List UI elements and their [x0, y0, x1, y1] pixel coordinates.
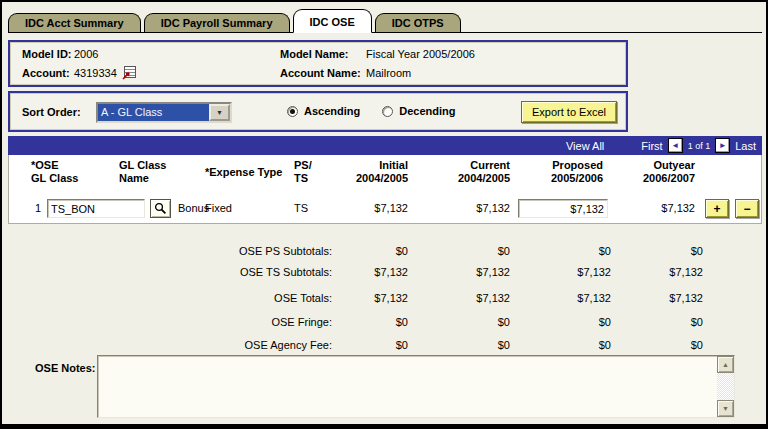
account-transfer-icon[interactable] [122, 66, 136, 80]
export-to-excel-button[interactable]: Export to Excel [521, 101, 617, 123]
prev-page-icon[interactable]: ◄ [668, 138, 683, 153]
tab-label: IDC OTPS [392, 17, 444, 29]
col-header-expense-type: *Expense Type [205, 166, 282, 179]
tab-idc-otps[interactable]: IDC OTPS [375, 13, 461, 32]
ose-notes-box: ▲ ▼ [97, 355, 735, 418]
delete-row-button[interactable]: − [735, 199, 759, 218]
row-number: 1 [35, 202, 41, 214]
totals-section: OSE PS Subtotals: $0 $0 $0 $0 OSE TS Sub… [8, 245, 708, 352]
tab-label: IDC Payroll Summary [161, 17, 273, 29]
view-all-link[interactable]: View All [566, 140, 604, 152]
tab-idc-ose[interactable]: IDC OSE [293, 9, 372, 33]
account-label: Account: [22, 67, 70, 79]
ose-notes-input[interactable] [98, 356, 717, 417]
sort-order-label: Sort Order: [22, 106, 81, 118]
tab-bar: IDC Acct Summary IDC Payroll Summary IDC… [8, 4, 762, 33]
descending-radio[interactable] [382, 106, 393, 117]
model-id-label: Model ID: [22, 48, 72, 60]
page-info: 1 of 1 [688, 141, 711, 151]
sort-direction-radios: Ascending Decending [287, 105, 471, 117]
tab-idc-payroll-summary[interactable]: IDC Payroll Summary [144, 13, 290, 32]
tab-idc-acct-summary[interactable]: IDC Acct Summary [8, 13, 141, 32]
scroll-up-icon[interactable]: ▲ [717, 356, 734, 373]
totals-row-ose-totals: OSE Totals: $7,132 $7,132 $7,132 $7,132 [8, 292, 708, 305]
model-name-label: Model Name: [280, 48, 348, 60]
model-info-box: Model ID: 2006 Model Name: Fiscal Year 2… [8, 40, 628, 87]
scroll-down-icon[interactable]: ▼ [717, 400, 734, 417]
notes-scrollbar[interactable]: ▲ ▼ [717, 356, 734, 417]
lookup-icon[interactable] [150, 199, 171, 218]
ascending-label: Ascending [304, 105, 360, 117]
ascending-radio[interactable] [287, 106, 298, 117]
model-name-value: Fiscal Year 2005/2006 [366, 48, 475, 60]
grid-pager-bar: View All First ◄ 1 of 1 ► Last [8, 136, 762, 155]
sort-order-box: Sort Order: A - GL Class ▼ Ascending Dec… [8, 91, 628, 132]
expense-type-cell: Fixed [205, 202, 232, 214]
totals-row-ose-fringe: OSE Fringe: $0 $0 $0 $0 [8, 316, 708, 329]
totals-row-ps-subtotals: OSE PS Subtotals: $0 $0 $0 $0 [8, 245, 708, 258]
col-header-gl-class-name: GL ClassName [119, 159, 167, 185]
totals-label: OSE TS Subtotals: [8, 266, 332, 279]
col-header-ose-gl-class: *OSEGL Class [31, 159, 79, 185]
account-name-value: Mailroom [366, 67, 411, 79]
ose-notes-label: OSE Notes: [35, 362, 96, 374]
first-link[interactable]: First [641, 140, 662, 152]
totals-label: OSE PS Subtotals: [8, 245, 332, 258]
account-name-label: Account Name: [280, 67, 361, 79]
col-header-initial: Initial2004/2005 [298, 159, 408, 185]
col-header-outyear: Outyear2006/2007 [585, 159, 695, 185]
tab-label: IDC OSE [310, 16, 355, 28]
outyear-cell: $7,132 [595, 202, 695, 214]
ose-grid: *OSEGL Class GL ClassName *Expense Type … [8, 155, 762, 224]
initial-cell: $7,132 [308, 202, 408, 214]
sort-order-selected-value: A - GL Class [98, 104, 209, 121]
last-link[interactable]: Last [735, 140, 756, 152]
totals-label: OSE Totals: [8, 292, 332, 305]
next-page-icon[interactable]: ► [715, 138, 730, 153]
ps-ts-cell: TS [294, 202, 308, 214]
gl-class-input[interactable] [47, 199, 145, 218]
tab-label: IDC Acct Summary [25, 17, 124, 29]
idc-ose-page: IDC Acct Summary IDC Payroll Summary IDC… [0, 0, 768, 429]
add-row-button[interactable]: + [705, 199, 729, 218]
descending-label: Decending [399, 105, 455, 117]
totals-label: OSE Agency Fee: [8, 339, 332, 352]
totals-row-ose-agency-fee: OSE Agency Fee: $0 $0 $0 $0 [8, 339, 708, 352]
current-cell: $7,132 [410, 202, 510, 214]
model-id-value: 2006 [74, 48, 98, 60]
sort-order-select[interactable]: A - GL Class ▼ [96, 102, 232, 123]
account-value: 4319334 [74, 67, 117, 79]
totals-row-ts-subtotals: OSE TS Subtotals: $7,132 $7,132 $7,132 $… [8, 266, 708, 279]
totals-label: OSE Fringe: [8, 316, 332, 329]
dropdown-arrow-icon[interactable]: ▼ [209, 104, 230, 121]
